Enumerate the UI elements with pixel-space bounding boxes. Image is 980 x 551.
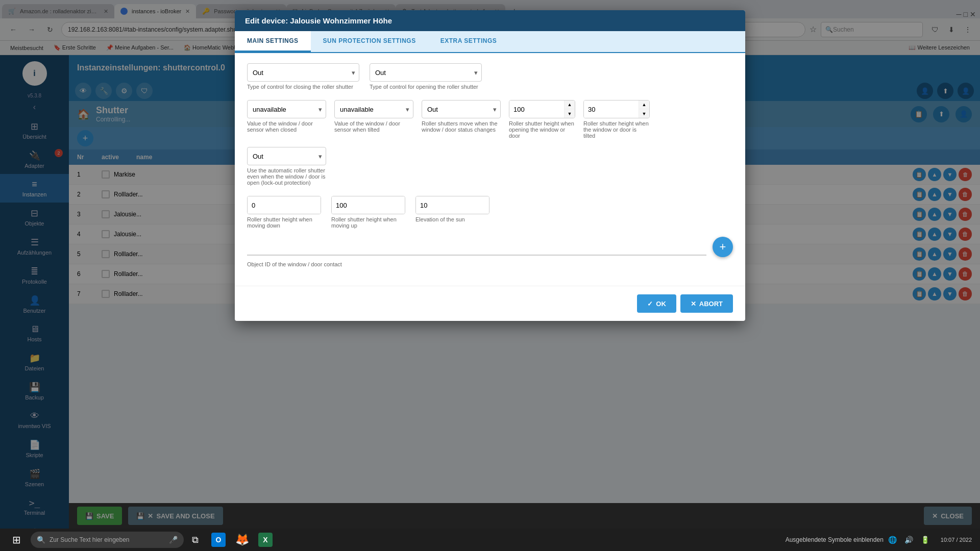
ok-button[interactable]: ✓ OK [637,294,676,313]
form-group-height-down: ▲ ▼ Roller shutter height when moving do… [247,196,321,229]
lockout-select[interactable]: Out [247,147,326,165]
form-row-2: unavailable ▾ Value of the window / door… [247,100,733,186]
search-icon: 🔍 [37,536,45,544]
elevation-label: Elevation of the sun [415,216,489,222]
x-icon: ✕ [691,300,696,308]
move-on-change-select[interactable]: Out [422,100,501,118]
main-content: Instanzeinstellungen: shuttercontrol.0 👁… [69,55,980,551]
abort-label: ABORT [699,300,723,308]
form-group-sensor-closed: unavailable ▾ Value of the window / door… [247,100,326,139]
modal-overlay: Edit device: Jalousie Wohnzimmer Höhe MA… [69,55,980,551]
height-up-label: Roller shutter height when moving up [331,216,405,229]
height-tilted-label: Roller shutter height when the window or… [583,120,650,139]
num-input-height-tilted: ▲ ▼ [583,100,650,118]
open-type-label: Type of control for opening the roller s… [370,84,482,90]
select-wrapper-open: Out ▾ [370,63,482,82]
height-open-down-button[interactable]: ▼ [565,109,575,118]
object-id-input-wrapper [247,238,706,256]
form-group-height-up: ▲ ▼ Roller shutter height when moving up [331,196,405,229]
ok-label: OK [656,300,666,308]
height-down-input[interactable] [248,196,321,214]
add-object-button[interactable]: + [713,237,733,257]
close-type-label: Type of control for closing the roller s… [247,84,359,90]
object-id-label: Object ID of the window / door contact [247,261,733,267]
modal-footer: ✓ OK ✕ ABORT [235,286,745,321]
sensor-closed-select[interactable]: unavailable [247,100,326,118]
form-group-move-on-change: Out ▾ Roller shutters move when the wind… [422,100,501,139]
modal-body: Out ▾ Type of control for closing the ro… [235,55,745,286]
form-row-3: ▲ ▼ Roller shutter height when moving do… [247,196,733,229]
sensor-closed-label: Value of the window / door sensor when c… [247,120,326,133]
form-group-lockout: Out ▾ Use the automatic roller shutter e… [247,147,326,186]
taskbar-search[interactable]: 🔍 Zur Suche Text hier eingeben 🎤 [31,532,184,548]
lockout-label: Use the automatic roller shutter even wh… [247,167,326,186]
taskbar-outlook[interactable]: O [207,529,230,551]
height-tilted-input[interactable] [584,101,639,118]
taskbar-excel[interactable]: X [254,529,277,551]
select-wrapper-close: Out ▾ [247,63,359,82]
height-tilted-up-button[interactable]: ▲ [639,100,649,109]
search-placeholder-text: Zur Suche Text hier eingeben [50,536,130,543]
move-on-change-label: Roller shutters move when the window / d… [422,120,501,133]
task-view-button[interactable]: ⧉ [184,529,206,551]
checkmark-icon: ✓ [647,300,653,308]
form-group-open-type: Out ▾ Type of control for opening the ro… [370,63,482,90]
form-group-height-tilted: ▲ ▼ Roller shutter height when the windo… [583,100,650,139]
height-open-up-button[interactable]: ▲ [565,100,575,109]
sensor-tilted-label: Value of the window / door sensor when t… [334,120,413,133]
taskbar-icons-group: ⧉ O 🦊 X [184,529,277,551]
tray-icons: Ausgeblendete Symbole einblenden 🌐 🔊 🔋 [786,533,933,547]
taskbar-firefox[interactable]: 🦊 [231,529,253,551]
object-id-input[interactable] [247,238,706,255]
height-up-input[interactable] [332,196,405,214]
form-group-height-open: ▲ ▼ Roller shutter height when opening t… [509,100,575,139]
tray-battery-icon[interactable]: 🔋 [918,533,933,547]
num-input-height-open: ▲ ▼ [509,100,575,118]
close-type-select[interactable]: Out [247,63,359,82]
modal-dialog: Edit device: Jalousie Wohnzimmer Höhe MA… [235,55,745,321]
taskbar: ⊞ 🔍 Zur Suche Text hier eingeben 🎤 ⧉ O 🦊… [0,529,980,551]
sensor-tilted-select[interactable]: unavailable [334,100,413,118]
form-group-elevation: ▲ ▼ Elevation of the sun [415,196,489,229]
tray-show-hidden[interactable]: Ausgeblendete Symbole einblenden [786,536,884,543]
mic-icon[interactable]: 🎤 [169,536,178,544]
abort-button[interactable]: ✕ ABORT [680,294,733,313]
height-open-input[interactable] [509,101,564,118]
object-id-section: + [247,237,733,257]
elevation-input[interactable] [416,196,489,214]
height-down-label: Roller shutter height when moving down [247,216,321,229]
height-open-label: Roller shutter height when opening the w… [509,120,575,139]
windows-start-button[interactable]: ⊞ [4,529,29,551]
form-group-close-type: Out ▾ Type of control for closing the ro… [247,63,359,90]
tray-volume-icon[interactable]: 🔊 [902,533,916,547]
form-row-1: Out ▾ Type of control for closing the ro… [247,63,733,90]
open-type-select[interactable]: Out [370,63,482,82]
height-tilted-down-button[interactable]: ▼ [639,109,649,118]
tray-network-icon[interactable]: 🌐 [886,533,900,547]
taskbar-datetime[interactable]: 10:07 / 2022 [937,537,976,543]
form-group-sensor-tilted: unavailable ▾ Value of the window / door… [334,100,413,139]
